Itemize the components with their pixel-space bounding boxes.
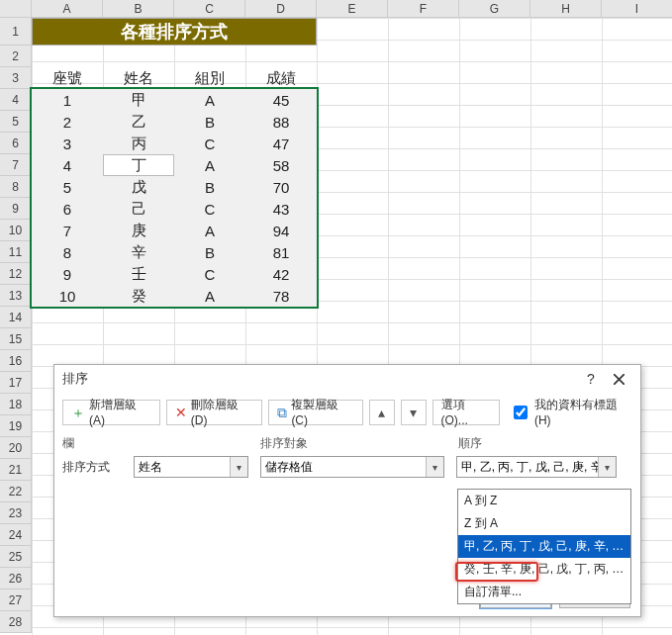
table-row[interactable]: 6己C43 [32,198,317,220]
cell[interactable]: 47 [245,133,317,154]
dropdown-item[interactable]: 自訂清單... [458,581,630,603]
cell[interactable]: 4 [32,154,103,176]
cell[interactable]: 戊 [103,176,174,198]
cell[interactable]: 10 [32,285,103,307]
cell[interactable]: 45 [245,89,317,111]
header-group[interactable]: 組別 [174,67,245,89]
row-header[interactable]: 20 [0,437,32,459]
has-header-checkbox-label[interactable]: 我的資料有標題(H) [510,397,632,427]
cell[interactable]: B [174,111,245,133]
row-header[interactable]: 19 [0,415,32,437]
cell[interactable]: 3 [32,133,103,154]
row-header[interactable]: 6 [0,133,32,154]
row-header[interactable]: 5 [0,111,32,133]
row-header[interactable]: 16 [0,350,32,372]
selected-data-range[interactable]: 1甲A452乙B883丙C474丁A585戊B706己C437庚A948辛B81… [32,89,317,307]
column-header[interactable]: A [32,0,103,18]
column-header[interactable]: B [103,0,174,18]
header-seat[interactable]: 座號 [32,67,103,89]
row-header[interactable]: 22 [0,481,32,502]
table-row[interactable]: 4丁A58 [32,154,317,176]
row-header[interactable]: 17 [0,372,32,394]
cell[interactable]: 己 [103,198,174,220]
add-level-button[interactable]: ＋新增層級(A) [62,400,160,425]
cell[interactable]: 43 [245,198,317,220]
table-row[interactable]: 7庚A94 [32,220,317,241]
row-header[interactable]: 3 [0,67,32,89]
table-row[interactable]: 1甲A45 [32,89,317,111]
row-header[interactable]: 7 [0,154,32,176]
select-all-corner[interactable] [0,0,32,18]
dropdown-item[interactable]: Z 到 A [458,512,630,535]
cell[interactable]: B [174,176,245,198]
cell[interactable]: 甲 [103,89,174,111]
close-button[interactable] [605,365,632,393]
sort-order-select[interactable]: 甲, 乙, 丙, 丁, 戊, 己, 庚, 辛 [456,456,617,478]
row-header[interactable]: 18 [0,394,32,415]
cell[interactable]: 7 [32,220,103,241]
cell[interactable]: A [174,89,245,111]
cell[interactable]: 1 [32,89,103,111]
row-header[interactable]: 26 [0,568,32,590]
row-header[interactable]: 27 [0,590,32,611]
cell[interactable]: C [174,263,245,285]
row-header[interactable]: 9 [0,198,32,220]
cell[interactable]: 壬 [103,263,174,285]
column-header[interactable]: I [602,0,672,18]
header-score[interactable]: 成績 [245,67,317,89]
cell[interactable]: A [174,285,245,307]
dropdown-item[interactable]: A 到 Z [458,490,630,512]
dropdown-item[interactable]: 癸, 壬, 辛, 庚, 己, 戊, 丁, 丙, 乙, 甲 [458,558,630,581]
row-header[interactable]: 13 [0,285,32,307]
column-header[interactable]: C [174,0,245,18]
row-header[interactable]: 21 [0,459,32,481]
dropdown-item[interactable]: 甲, 乙, 丙, 丁, 戊, 己, 庚, 辛, 壬, 癸 [458,535,630,558]
row-header[interactable]: 12 [0,263,32,285]
row-header[interactable]: 28 [0,611,32,633]
row-header[interactable]: 11 [0,241,32,263]
cell[interactable]: B [174,241,245,263]
row-header[interactable]: 8 [0,176,32,198]
row-header[interactable]: 2 [0,45,32,67]
move-down-button[interactable]: ▾ [401,400,427,425]
merged-title-cell[interactable]: 各種排序方式 [32,18,317,45]
cell[interactable]: 辛 [103,241,174,263]
cell[interactable]: 88 [245,111,317,133]
cell[interactable]: 庚 [103,220,174,241]
cell[interactable]: 6 [32,198,103,220]
cell[interactable]: 58 [245,154,317,176]
row-header[interactable]: 23 [0,502,32,524]
header-name[interactable]: 姓名 [103,67,174,89]
cell[interactable]: 9 [32,263,103,285]
cell[interactable]: 丁 [103,154,174,176]
cell[interactable]: A [174,154,245,176]
cell[interactable]: 94 [245,220,317,241]
cell[interactable]: 42 [245,263,317,285]
row-header[interactable]: 4 [0,89,32,111]
help-button[interactable]: ? [577,365,605,393]
cell[interactable]: C [174,133,245,154]
sort-on-select[interactable]: 儲存格值 [260,456,444,478]
has-header-checkbox[interactable] [514,406,528,419]
row-header[interactable]: 14 [0,307,32,328]
sort-column-select[interactable]: 姓名 [134,456,248,478]
table-row[interactable]: 3丙C47 [32,133,317,154]
row-header[interactable]: 15 [0,328,32,350]
cell[interactable]: 78 [245,285,317,307]
table-row[interactable]: 8辛B81 [32,241,317,263]
column-header[interactable]: F [388,0,459,18]
column-header[interactable]: G [459,0,530,18]
move-up-button[interactable]: ▴ [369,400,395,425]
cell[interactable]: 乙 [103,111,174,133]
table-row[interactable]: 9壬C42 [32,263,317,285]
table-row[interactable]: 10癸A78 [32,285,317,307]
options-button[interactable]: 選項(O)... [432,400,501,425]
cell[interactable]: 癸 [103,285,174,307]
column-header[interactable]: H [530,0,602,18]
table-row[interactable]: 2乙B88 [32,111,317,133]
row-header[interactable]: 25 [0,546,32,568]
table-row[interactable]: 5戊B70 [32,176,317,198]
row-header[interactable]: 24 [0,524,32,546]
cell[interactable]: 5 [32,176,103,198]
cell[interactable]: 丙 [103,133,174,154]
